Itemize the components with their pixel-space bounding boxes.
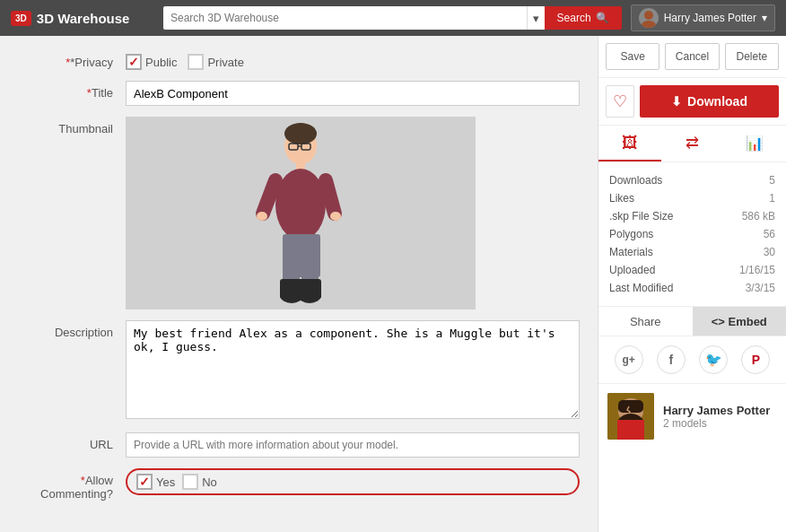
commenting-oval: ✓ Yes No bbox=[126, 468, 580, 495]
google-plus-button[interactable]: g+ bbox=[615, 345, 643, 374]
file-size-stat: .skp File Size 586 kB bbox=[609, 207, 775, 225]
search-input[interactable] bbox=[163, 6, 527, 30]
privacy-row: **Privacy ✓ Public Private bbox=[18, 50, 580, 70]
logo-icon: 3D bbox=[11, 11, 31, 26]
author-info: Harry James Potter 2 models bbox=[663, 404, 770, 430]
description-textarea[interactable]: My best friend Alex as a component. She … bbox=[126, 320, 580, 419]
download-button[interactable]: ⬇ Download bbox=[640, 85, 779, 118]
title-label: *Title bbox=[18, 81, 126, 100]
svg-line-10 bbox=[326, 180, 335, 214]
public-checkbox[interactable]: ✓ bbox=[126, 54, 142, 70]
search-button[interactable]: Search 🔍 bbox=[545, 6, 622, 30]
svg-point-0 bbox=[644, 11, 653, 20]
public-option[interactable]: ✓ Public bbox=[126, 54, 177, 70]
yes-checkbox[interactable]: ✓ bbox=[136, 474, 153, 490]
user-name: Harry James Potter bbox=[664, 12, 756, 24]
delete-button[interactable]: Delete bbox=[725, 43, 779, 70]
tab-chart-button[interactable]: 📊 bbox=[723, 126, 786, 161]
twitter-icon: 🐦 bbox=[705, 352, 722, 368]
likes-value: 1 bbox=[769, 192, 775, 205]
download-label: Download bbox=[687, 94, 747, 109]
materials-stat: Materials 30 bbox=[609, 243, 775, 261]
thumbnail-container bbox=[126, 117, 476, 310]
svg-rect-19 bbox=[298, 279, 321, 299]
pinterest-icon: P bbox=[752, 353, 760, 367]
svg-point-11 bbox=[257, 212, 267, 221]
likes-label: Likes bbox=[609, 192, 634, 205]
title-input[interactable] bbox=[126, 81, 580, 106]
embed-tab[interactable]: <> Embed bbox=[693, 307, 787, 336]
check-mark: ✓ bbox=[128, 55, 139, 69]
privacy-options: ✓ Public Private bbox=[126, 50, 580, 70]
left-panel: **Privacy ✓ Public Private *Title bbox=[0, 36, 598, 532]
description-label: Description bbox=[18, 320, 126, 339]
svg-point-8 bbox=[275, 169, 326, 240]
facebook-icon: f bbox=[669, 353, 674, 367]
thumbnail-control bbox=[126, 117, 580, 310]
top-navigation: 3D 3D Warehouse ▾ Search 🔍 Harry James P… bbox=[0, 0, 786, 36]
yes-check-mark: ✓ bbox=[139, 475, 150, 489]
right-panel: Save Cancel Delete ♡ ⬇ Download 🖼 ⇄ 📊 bbox=[598, 36, 786, 532]
author-name: Harry James Potter bbox=[663, 404, 770, 417]
share-tab[interactable]: Share bbox=[598, 307, 693, 336]
logo-area: 3D 3D Warehouse bbox=[11, 11, 154, 26]
download-icon: ⬇ bbox=[671, 94, 682, 109]
commenting-control: ✓ Yes No bbox=[126, 468, 580, 495]
search-icon: 🔍 bbox=[596, 12, 609, 24]
user-avatar-small bbox=[639, 8, 659, 28]
pinterest-button[interactable]: P bbox=[741, 345, 770, 374]
last-modified-value: 3/3/15 bbox=[746, 282, 775, 294]
polygons-label: Polygons bbox=[609, 228, 653, 240]
yes-option[interactable]: ✓ Yes bbox=[136, 474, 175, 490]
no-checkbox[interactable] bbox=[182, 474, 198, 490]
commenting-row: *Allow Commenting? ✓ Yes No bbox=[18, 468, 580, 501]
tab-share-button[interactable]: ⇄ bbox=[661, 126, 724, 161]
action-buttons-row: Save Cancel Delete bbox=[598, 36, 786, 78]
search-button-label: Search bbox=[557, 12, 591, 24]
image-icon: 🖼 bbox=[622, 134, 638, 153]
search-dropdown-button[interactable]: ▾ bbox=[527, 6, 545, 30]
author-avatar-image bbox=[607, 393, 654, 440]
svg-point-12 bbox=[330, 212, 341, 221]
svg-rect-22 bbox=[618, 400, 643, 413]
user-dropdown[interactable]: Harry James Potter ▾ bbox=[631, 4, 775, 31]
materials-label: Materials bbox=[609, 246, 653, 258]
thumbnail-row: Thumbnail bbox=[18, 117, 580, 310]
heart-icon: ♡ bbox=[613, 92, 627, 111]
save-button[interactable]: Save bbox=[606, 43, 659, 70]
tab-image-button[interactable]: 🖼 bbox=[598, 126, 661, 161]
no-label: No bbox=[202, 475, 217, 489]
last-modified-label: Last Modified bbox=[609, 282, 673, 294]
privacy-label: **Privacy bbox=[18, 50, 126, 69]
file-size-label: .skp File Size bbox=[609, 210, 673, 222]
uploaded-value: 1/16/15 bbox=[739, 264, 775, 276]
public-label: Public bbox=[145, 56, 177, 69]
author-area: Harry James Potter 2 models bbox=[598, 384, 786, 449]
author-avatar bbox=[607, 393, 654, 440]
person-figure bbox=[229, 119, 372, 308]
uploaded-stat: Uploaded 1/16/15 bbox=[609, 261, 775, 279]
tab-icons: 🖼 ⇄ 📊 bbox=[598, 126, 786, 162]
private-option[interactable]: Private bbox=[188, 54, 243, 70]
private-checkbox[interactable] bbox=[188, 54, 204, 70]
description-control: My best friend Alex as a component. She … bbox=[126, 320, 580, 422]
no-option[interactable]: No bbox=[182, 474, 217, 490]
main-content: **Privacy ✓ Public Private *Title bbox=[0, 36, 786, 532]
cancel-button[interactable]: Cancel bbox=[665, 43, 719, 70]
app-name: 3D Warehouse bbox=[37, 11, 130, 26]
private-label: Private bbox=[207, 56, 243, 69]
twitter-button[interactable]: 🐦 bbox=[699, 345, 728, 374]
stats-area: Downloads 5 Likes 1 .skp File Size 586 k… bbox=[598, 162, 786, 307]
google-plus-icon: g+ bbox=[622, 353, 634, 366]
downloads-value: 5 bbox=[769, 174, 775, 187]
svg-rect-24 bbox=[617, 420, 644, 440]
facebook-button[interactable]: f bbox=[657, 345, 686, 374]
social-icons: g+ f 🐦 P bbox=[598, 336, 786, 384]
search-bar: ▾ Search 🔍 bbox=[163, 6, 622, 30]
thumbnail-label: Thumbnail bbox=[18, 117, 126, 135]
like-button[interactable]: ♡ bbox=[606, 85, 634, 118]
polygons-stat: Polygons 56 bbox=[609, 225, 775, 243]
description-row: Description My best friend Alex as a com… bbox=[18, 320, 580, 422]
download-area: ♡ ⬇ Download bbox=[598, 78, 786, 126]
url-input[interactable] bbox=[126, 432, 580, 458]
